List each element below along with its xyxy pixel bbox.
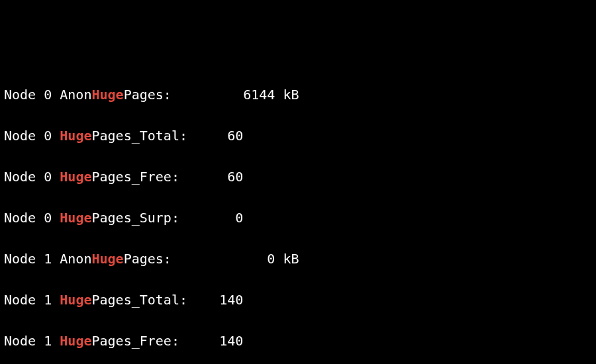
highlight-huge: Huge: [60, 333, 91, 349]
highlight-huge: Huge: [91, 251, 123, 267]
terminal-line: Node 0 HugePages_Total: 60: [4, 126, 592, 146]
terminal-line: Node 0 AnonHugePages: 6144 kB: [4, 85, 592, 105]
line-pre: Node 0: [4, 210, 60, 226]
highlight-huge: Huge: [60, 169, 91, 185]
line-pre: Node 0: [4, 128, 60, 144]
terminal-line: Node 1 HugePages_Total: 140: [4, 290, 592, 310]
line-pre: Node 1 Anon: [4, 251, 91, 267]
highlight-huge: Huge: [60, 292, 91, 308]
highlight-huge: Huge: [91, 87, 123, 103]
line-post: Pages: 6144 kB: [124, 87, 299, 103]
terminal-line: Node 0 HugePages_Free: 60: [4, 167, 592, 187]
highlight-huge: Huge: [60, 210, 91, 226]
line-post: Pages_Surp: 0: [91, 210, 243, 226]
terminal-line: Node 0 HugePages_Surp: 0: [4, 208, 592, 228]
line-pre: Node 1: [4, 292, 60, 308]
line-post: Pages_Total: 60: [91, 128, 243, 144]
line-pre: Node 0: [4, 169, 60, 185]
line-pre: Node 1: [4, 333, 60, 349]
line-post: Pages_Free: 140: [91, 333, 243, 349]
line-post: Pages_Total: 140: [91, 292, 243, 308]
highlight-huge: Huge: [60, 128, 91, 144]
terminal-line: Node 1 AnonHugePages: 0 kB: [4, 249, 592, 269]
terminal-line: Node 1 HugePages_Free: 140: [4, 331, 592, 351]
line-post: Pages: 0 kB: [124, 251, 299, 267]
line-post: Pages_Free: 60: [91, 169, 243, 185]
line-pre: Node 0 Anon: [4, 87, 91, 103]
